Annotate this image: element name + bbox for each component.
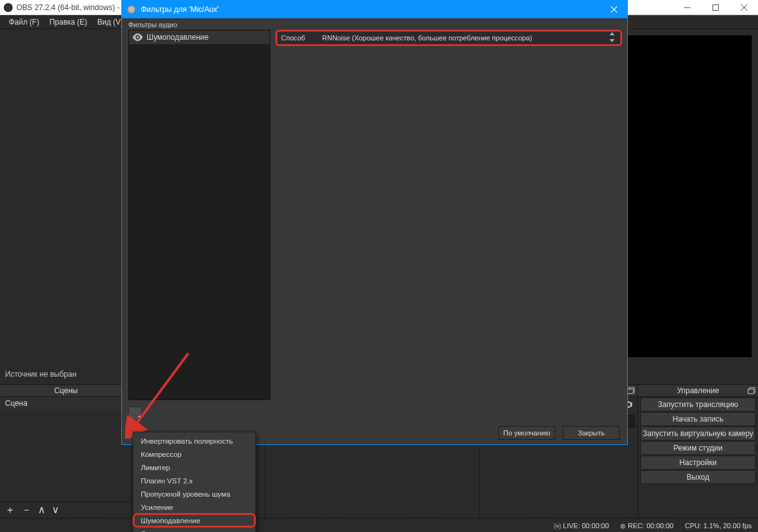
controls-dock: Управление Запустить трансляцию Начать з… [638,384,758,517]
filter-item-noise-suppression[interactable]: Шумоподавление [129,30,270,44]
menu-file[interactable]: Файл (F) [4,16,44,28]
remove-scene-button[interactable]: － [21,505,32,515]
exit-button[interactable]: Выход [641,470,755,484]
filter-properties: Способ RNNoise (Хорошее качество, больше… [277,30,621,400]
method-dropdown[interactable]: Способ RNNoise (Хорошее качество, больше… [277,31,621,45]
audio-filters-label: Фильтры аудио [122,18,627,30]
controls-header: Управление [638,384,758,397]
scenes-title: Сцены [54,386,78,395]
filters-list: Шумоподавление [128,30,270,400]
scenes-toolbar: ＋ － ∧ ∨ [0,502,132,517]
svg-point-1 [136,36,139,38]
dialog-close-button[interactable] [601,1,627,18]
ctx-item[interactable]: Лимитер [133,461,255,474]
dialog-toolbar [122,405,627,422]
obs-logo-icon [127,5,136,14]
filter-item-label: Шумоподавление [147,33,208,42]
popout-icon[interactable] [747,386,755,395]
status-live: LIVE: 00:00:00 [553,522,609,529]
menu-edit[interactable]: Правка (E) [44,16,92,28]
ctx-item[interactable]: Инвертировать полярность [133,434,255,447]
add-scene-button[interactable]: ＋ [5,505,15,515]
ctx-item[interactable]: Усиление [133,500,255,514]
close-button[interactable]: Закрыть [563,426,620,440]
window-controls [673,0,758,15]
add-filter-context-menu: Инвертировать полярностьКомпрессорЛимите… [133,432,256,532]
start-record-button[interactable]: Начать запись [641,412,755,426]
start-vcam-button[interactable]: Запустить виртуальную камеру [641,427,755,440]
dialog-titlebar: Фильтры для 'Mic/Aux' [122,1,627,18]
status-bar: LIVE: 00:00:00 REC: 00:00:00 CPU: 1.1%, … [0,518,758,532]
ctx-item[interactable]: Шумоподавление [133,514,255,527]
ctx-item[interactable]: Экспандер [133,527,255,532]
settings-button[interactable]: Настройки [641,456,755,470]
status-rec: REC: 00:00:00 [620,522,673,529]
filters-dialog: Фильтры для 'Mic/Aux' Фильтры аудио Шумо… [121,0,628,445]
dialog-title: Фильтры для 'Mic/Aux' [141,5,601,14]
scene-up-button[interactable]: ∧ [38,505,45,515]
minimize-button[interactable] [673,0,701,15]
scene-down-button[interactable]: ∨ [52,505,59,515]
obs-logo-icon [4,3,13,12]
svg-rect-0 [713,4,718,10]
no-source-label: Источник не выбран [5,370,76,379]
scenes-dock: Сцены Сцена ＋ － ∧ ∨ [0,384,133,517]
studio-mode-button[interactable]: Режим студии [641,441,755,455]
method-label: Способ [281,34,316,42]
status-cpu: CPU: 1.1%, 20.00 fps [685,522,752,529]
controls-title: Управление [677,386,719,395]
eye-icon[interactable] [133,32,143,42]
method-value: RNNoise (Хорошее качество, большее потре… [322,34,603,42]
ctx-item[interactable]: Плагин VST 2.x [133,474,255,487]
ctx-item[interactable]: Компрессор [133,447,255,461]
defaults-button[interactable]: По умолчанию [498,426,555,440]
scenes-header: Сцены [0,384,132,397]
start-stream-button[interactable]: Запустить трансляцию [641,398,755,411]
close-button[interactable] [730,0,758,15]
scene-item[interactable]: Сцена [0,397,132,411]
maximize-button[interactable] [701,0,730,15]
ctx-item[interactable]: Пропускной уровень шума [133,487,255,500]
add-filter-button[interactable] [128,406,142,420]
spinner-icon[interactable] [609,32,617,44]
